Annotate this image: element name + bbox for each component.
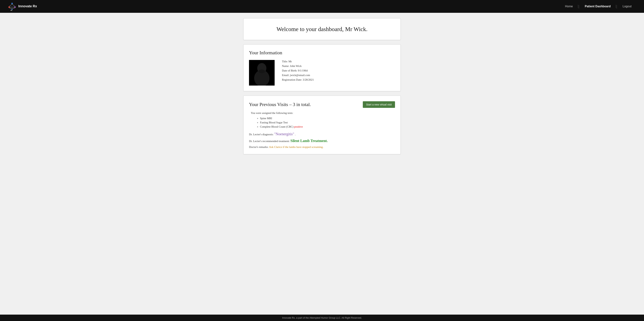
new-visit-button[interactable]: Start a new virtual visit — [363, 101, 395, 108]
patient-dob: Date of Birth: 9/1/1964 — [282, 69, 314, 72]
diagnosis-suffix: . — [295, 133, 296, 136]
patient-title: Title: Mr — [282, 60, 314, 63]
svg-line-4 — [9, 4, 12, 6]
treatment-label: Dr. Lecter's recommended treatment: — [249, 140, 290, 143]
welcome-title: Welcome to your dashboard, Mr Wick. — [249, 26, 395, 32]
nav-logout[interactable]: Logout — [618, 5, 637, 8]
nav-patient-dashboard[interactable]: Patient Dashboard — [580, 5, 616, 8]
svg-point-0 — [11, 3, 13, 4]
logo-icon: Rx — [7, 2, 17, 11]
patient-email: Email: jwick@email.com — [282, 74, 314, 77]
test-name-3: Complete Blood Count (CBC) — [260, 125, 294, 128]
remarks-label: Doctor's remarks: — [249, 145, 268, 148]
nav-links: Home | Patient Dashboard | Logout — [560, 4, 637, 9]
visits-title: Your Previous Visits – 3 in total. — [249, 102, 311, 107]
info-card: Your Information Title: Mr Name: John Wi… — [243, 44, 401, 91]
nav-home[interactable]: Home — [560, 5, 578, 8]
tests-list: Spine MRI Fasting Blood Sugar Test Compl… — [260, 117, 395, 128]
test-name-1: Spine MRI — [260, 117, 272, 120]
test-name-2: Fasting Blood Sugar Test — [260, 121, 288, 124]
patient-details: Title: Mr Name: John Wick Date of Birth:… — [282, 60, 314, 81]
main-content: Welcome to your dashboard, Mr Wick. Your… — [240, 13, 404, 315]
diagnosis-name: "Noenergitis" — [274, 132, 294, 136]
test-result-positive: positive — [294, 125, 303, 128]
svg-text:Rx: Rx — [10, 10, 12, 11]
svg-point-1 — [8, 6, 10, 8]
assigned-tests-label: You were assigned the following tests: — [251, 111, 395, 115]
info-content: Title: Mr Name: John Wick Date of Birth:… — [249, 60, 395, 85]
svg-point-2 — [14, 6, 16, 8]
treatment-row: Dr. Lecter's recommended treatment: Sile… — [249, 139, 395, 143]
visits-card: Your Previous Visits – 3 in total. Start… — [243, 96, 401, 154]
patient-photo — [249, 60, 274, 85]
list-item: Complete Blood Count (CBC) positive — [260, 125, 395, 128]
welcome-card: Welcome to your dashboard, Mr Wick. — [243, 18, 401, 40]
remarks-text: Ask Clarice if the lambs have stopped sc… — [269, 145, 323, 148]
list-item: Fasting Blood Sugar Test — [260, 121, 395, 124]
avatar-svg — [249, 60, 274, 85]
svg-line-7 — [12, 8, 15, 9]
svg-line-6 — [9, 8, 12, 9]
svg-point-13 — [258, 69, 265, 73]
svg-line-5 — [12, 4, 15, 6]
footer: Innovate Rx, a part of the Attempted Hum… — [0, 315, 644, 321]
patient-registration: Registration Date: 3/28/2021 — [282, 78, 314, 81]
visits-header: Your Previous Visits – 3 in total. Start… — [249, 101, 395, 108]
navbar: Rx Innovate Rx Home | Patient Dashboard … — [0, 0, 644, 13]
remarks-row: Doctor's remarks: Ask Clarice if the lam… — [249, 145, 395, 149]
list-item: Spine MRI — [260, 117, 395, 120]
footer-text: Innovate Rx, a part of the Attempted Hum… — [282, 317, 362, 319]
logo-text: Innovate Rx — [18, 4, 37, 8]
treatment-name: Silent Lamb Treatment. — [290, 139, 328, 143]
patient-name: Name: John Wick — [282, 64, 314, 68]
info-section-title: Your Information — [249, 50, 395, 55]
diagnosis-row: Dr. Lecter's diagnosis: "Noenergitis" . — [249, 132, 395, 136]
logo: Rx Innovate Rx — [7, 2, 37, 11]
diagnosis-label: Dr. Lecter's diagnosis: — [249, 133, 274, 136]
